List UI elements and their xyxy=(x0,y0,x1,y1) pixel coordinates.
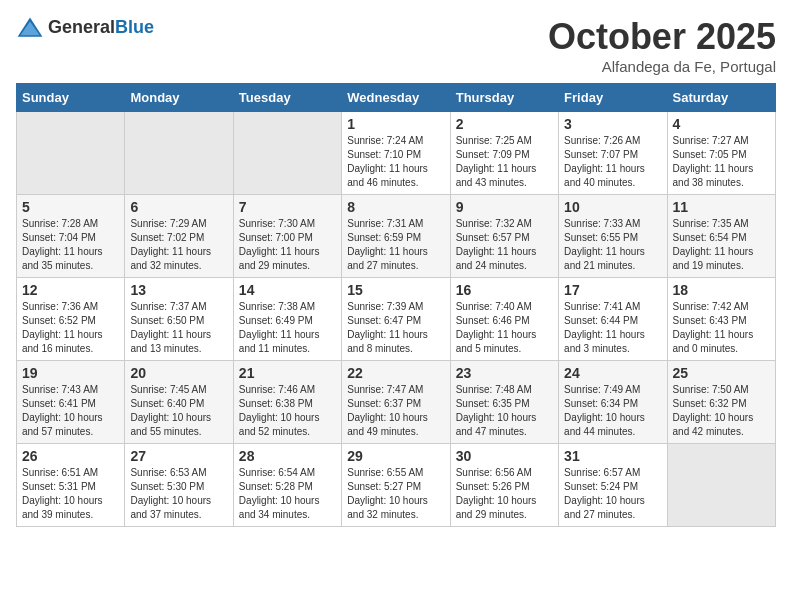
day-number: 15 xyxy=(347,282,444,298)
day-info: Sunrise: 7:24 AMSunset: 7:10 PMDaylight:… xyxy=(347,134,444,190)
day-number: 21 xyxy=(239,365,336,381)
page-header: GeneralBlue October 2025 Alfandega da Fe… xyxy=(16,16,776,75)
day-info: Sunrise: 7:27 AMSunset: 7:05 PMDaylight:… xyxy=(673,134,770,190)
day-info: Sunrise: 7:42 AMSunset: 6:43 PMDaylight:… xyxy=(673,300,770,356)
day-number: 20 xyxy=(130,365,227,381)
calendar-cell: 2Sunrise: 7:25 AMSunset: 7:09 PMDaylight… xyxy=(450,112,558,195)
day-number: 4 xyxy=(673,116,770,132)
day-number: 18 xyxy=(673,282,770,298)
day-info: Sunrise: 7:36 AMSunset: 6:52 PMDaylight:… xyxy=(22,300,119,356)
calendar-cell xyxy=(17,112,125,195)
day-number: 30 xyxy=(456,448,553,464)
day-number: 16 xyxy=(456,282,553,298)
day-info: Sunrise: 6:53 AMSunset: 5:30 PMDaylight:… xyxy=(130,466,227,522)
calendar-cell: 4Sunrise: 7:27 AMSunset: 7:05 PMDaylight… xyxy=(667,112,775,195)
calendar-cell: 25Sunrise: 7:50 AMSunset: 6:32 PMDayligh… xyxy=(667,361,775,444)
calendar-cell: 22Sunrise: 7:47 AMSunset: 6:37 PMDayligh… xyxy=(342,361,450,444)
day-number: 13 xyxy=(130,282,227,298)
logo-icon xyxy=(16,16,44,38)
calendar-cell: 12Sunrise: 7:36 AMSunset: 6:52 PMDayligh… xyxy=(17,278,125,361)
day-number: 1 xyxy=(347,116,444,132)
calendar-cell: 1Sunrise: 7:24 AMSunset: 7:10 PMDaylight… xyxy=(342,112,450,195)
day-info: Sunrise: 7:25 AMSunset: 7:09 PMDaylight:… xyxy=(456,134,553,190)
day-info: Sunrise: 7:33 AMSunset: 6:55 PMDaylight:… xyxy=(564,217,661,273)
day-info: Sunrise: 7:48 AMSunset: 6:35 PMDaylight:… xyxy=(456,383,553,439)
day-info: Sunrise: 7:40 AMSunset: 6:46 PMDaylight:… xyxy=(456,300,553,356)
day-info: Sunrise: 7:47 AMSunset: 6:37 PMDaylight:… xyxy=(347,383,444,439)
day-number: 8 xyxy=(347,199,444,215)
weekday-header-row: Sunday Monday Tuesday Wednesday Thursday… xyxy=(17,84,776,112)
day-info: Sunrise: 7:43 AMSunset: 6:41 PMDaylight:… xyxy=(22,383,119,439)
day-info: Sunrise: 6:51 AMSunset: 5:31 PMDaylight:… xyxy=(22,466,119,522)
calendar-cell: 21Sunrise: 7:46 AMSunset: 6:38 PMDayligh… xyxy=(233,361,341,444)
day-info: Sunrise: 7:38 AMSunset: 6:49 PMDaylight:… xyxy=(239,300,336,356)
day-number: 10 xyxy=(564,199,661,215)
calendar-cell: 27Sunrise: 6:53 AMSunset: 5:30 PMDayligh… xyxy=(125,444,233,527)
calendar-cell: 18Sunrise: 7:42 AMSunset: 6:43 PMDayligh… xyxy=(667,278,775,361)
day-number: 14 xyxy=(239,282,336,298)
calendar-cell: 3Sunrise: 7:26 AMSunset: 7:07 PMDaylight… xyxy=(559,112,667,195)
calendar-cell xyxy=(667,444,775,527)
calendar-cell: 28Sunrise: 6:54 AMSunset: 5:28 PMDayligh… xyxy=(233,444,341,527)
day-number: 26 xyxy=(22,448,119,464)
calendar-cell: 8Sunrise: 7:31 AMSunset: 6:59 PMDaylight… xyxy=(342,195,450,278)
calendar-cell: 17Sunrise: 7:41 AMSunset: 6:44 PMDayligh… xyxy=(559,278,667,361)
logo: GeneralBlue xyxy=(16,16,154,38)
calendar-week-1: 1Sunrise: 7:24 AMSunset: 7:10 PMDaylight… xyxy=(17,112,776,195)
calendar-cell: 6Sunrise: 7:29 AMSunset: 7:02 PMDaylight… xyxy=(125,195,233,278)
day-info: Sunrise: 7:28 AMSunset: 7:04 PMDaylight:… xyxy=(22,217,119,273)
calendar-cell: 24Sunrise: 7:49 AMSunset: 6:34 PMDayligh… xyxy=(559,361,667,444)
calendar-cell: 9Sunrise: 7:32 AMSunset: 6:57 PMDaylight… xyxy=(450,195,558,278)
header-thursday: Thursday xyxy=(450,84,558,112)
calendar-cell: 7Sunrise: 7:30 AMSunset: 7:00 PMDaylight… xyxy=(233,195,341,278)
day-number: 31 xyxy=(564,448,661,464)
month-title: October 2025 xyxy=(548,16,776,58)
calendar-cell: 16Sunrise: 7:40 AMSunset: 6:46 PMDayligh… xyxy=(450,278,558,361)
day-number: 28 xyxy=(239,448,336,464)
logo-blue: Blue xyxy=(115,17,154,37)
day-info: Sunrise: 7:31 AMSunset: 6:59 PMDaylight:… xyxy=(347,217,444,273)
day-info: Sunrise: 6:54 AMSunset: 5:28 PMDaylight:… xyxy=(239,466,336,522)
calendar-cell: 14Sunrise: 7:38 AMSunset: 6:49 PMDayligh… xyxy=(233,278,341,361)
calendar-cell: 13Sunrise: 7:37 AMSunset: 6:50 PMDayligh… xyxy=(125,278,233,361)
calendar-cell: 15Sunrise: 7:39 AMSunset: 6:47 PMDayligh… xyxy=(342,278,450,361)
day-info: Sunrise: 7:30 AMSunset: 7:00 PMDaylight:… xyxy=(239,217,336,273)
calendar-cell xyxy=(233,112,341,195)
header-saturday: Saturday xyxy=(667,84,775,112)
day-info: Sunrise: 7:50 AMSunset: 6:32 PMDaylight:… xyxy=(673,383,770,439)
day-number: 12 xyxy=(22,282,119,298)
day-number: 27 xyxy=(130,448,227,464)
calendar-cell: 30Sunrise: 6:56 AMSunset: 5:26 PMDayligh… xyxy=(450,444,558,527)
day-number: 6 xyxy=(130,199,227,215)
calendar-cell xyxy=(125,112,233,195)
day-number: 7 xyxy=(239,199,336,215)
header-tuesday: Tuesday xyxy=(233,84,341,112)
title-area: October 2025 Alfandega da Fe, Portugal xyxy=(548,16,776,75)
header-monday: Monday xyxy=(125,84,233,112)
calendar-cell: 31Sunrise: 6:57 AMSunset: 5:24 PMDayligh… xyxy=(559,444,667,527)
day-number: 11 xyxy=(673,199,770,215)
day-number: 23 xyxy=(456,365,553,381)
day-info: Sunrise: 7:41 AMSunset: 6:44 PMDaylight:… xyxy=(564,300,661,356)
day-number: 24 xyxy=(564,365,661,381)
day-info: Sunrise: 6:57 AMSunset: 5:24 PMDaylight:… xyxy=(564,466,661,522)
day-info: Sunrise: 7:39 AMSunset: 6:47 PMDaylight:… xyxy=(347,300,444,356)
day-info: Sunrise: 7:46 AMSunset: 6:38 PMDaylight:… xyxy=(239,383,336,439)
calendar-cell: 23Sunrise: 7:48 AMSunset: 6:35 PMDayligh… xyxy=(450,361,558,444)
calendar-week-4: 19Sunrise: 7:43 AMSunset: 6:41 PMDayligh… xyxy=(17,361,776,444)
day-info: Sunrise: 7:26 AMSunset: 7:07 PMDaylight:… xyxy=(564,134,661,190)
day-info: Sunrise: 7:32 AMSunset: 6:57 PMDaylight:… xyxy=(456,217,553,273)
day-number: 3 xyxy=(564,116,661,132)
day-info: Sunrise: 7:35 AMSunset: 6:54 PMDaylight:… xyxy=(673,217,770,273)
day-number: 29 xyxy=(347,448,444,464)
day-info: Sunrise: 6:56 AMSunset: 5:26 PMDaylight:… xyxy=(456,466,553,522)
day-number: 17 xyxy=(564,282,661,298)
header-wednesday: Wednesday xyxy=(342,84,450,112)
day-number: 2 xyxy=(456,116,553,132)
calendar-cell: 19Sunrise: 7:43 AMSunset: 6:41 PMDayligh… xyxy=(17,361,125,444)
calendar-cell: 20Sunrise: 7:45 AMSunset: 6:40 PMDayligh… xyxy=(125,361,233,444)
day-info: Sunrise: 7:37 AMSunset: 6:50 PMDaylight:… xyxy=(130,300,227,356)
day-number: 5 xyxy=(22,199,119,215)
logo-general: General xyxy=(48,17,115,37)
calendar-cell: 29Sunrise: 6:55 AMSunset: 5:27 PMDayligh… xyxy=(342,444,450,527)
